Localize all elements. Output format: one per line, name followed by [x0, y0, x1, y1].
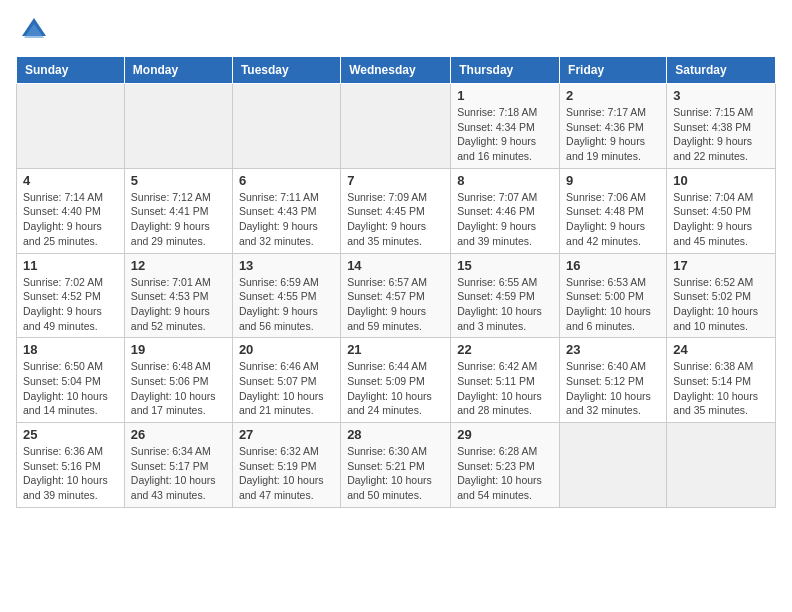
day-number: 10 — [673, 173, 769, 188]
logo — [16, 16, 48, 44]
day-number: 28 — [347, 427, 444, 442]
calendar-cell — [124, 84, 232, 169]
day-info: Sunrise: 6:55 AM Sunset: 4:59 PM Dayligh… — [457, 275, 553, 334]
calendar-cell: 29Sunrise: 6:28 AM Sunset: 5:23 PM Dayli… — [451, 423, 560, 508]
day-info: Sunrise: 7:18 AM Sunset: 4:34 PM Dayligh… — [457, 105, 553, 164]
calendar-cell: 28Sunrise: 6:30 AM Sunset: 5:21 PM Dayli… — [341, 423, 451, 508]
day-number: 1 — [457, 88, 553, 103]
calendar-cell: 10Sunrise: 7:04 AM Sunset: 4:50 PM Dayli… — [667, 168, 776, 253]
calendar-cell: 11Sunrise: 7:02 AM Sunset: 4:52 PM Dayli… — [17, 253, 125, 338]
calendar-week-1: 1Sunrise: 7:18 AM Sunset: 4:34 PM Daylig… — [17, 84, 776, 169]
calendar-cell: 19Sunrise: 6:48 AM Sunset: 5:06 PM Dayli… — [124, 338, 232, 423]
calendar-cell: 8Sunrise: 7:07 AM Sunset: 4:46 PM Daylig… — [451, 168, 560, 253]
calendar-cell: 9Sunrise: 7:06 AM Sunset: 4:48 PM Daylig… — [560, 168, 667, 253]
day-info: Sunrise: 7:09 AM Sunset: 4:45 PM Dayligh… — [347, 190, 444, 249]
day-info: Sunrise: 7:11 AM Sunset: 4:43 PM Dayligh… — [239, 190, 334, 249]
day-info: Sunrise: 6:53 AM Sunset: 5:00 PM Dayligh… — [566, 275, 660, 334]
day-info: Sunrise: 7:01 AM Sunset: 4:53 PM Dayligh… — [131, 275, 226, 334]
day-info: Sunrise: 6:50 AM Sunset: 5:04 PM Dayligh… — [23, 359, 118, 418]
day-info: Sunrise: 7:02 AM Sunset: 4:52 PM Dayligh… — [23, 275, 118, 334]
day-number: 22 — [457, 342, 553, 357]
calendar-cell: 16Sunrise: 6:53 AM Sunset: 5:00 PM Dayli… — [560, 253, 667, 338]
day-number: 11 — [23, 258, 118, 273]
day-number: 21 — [347, 342, 444, 357]
day-info: Sunrise: 6:57 AM Sunset: 4:57 PM Dayligh… — [347, 275, 444, 334]
calendar-week-3: 11Sunrise: 7:02 AM Sunset: 4:52 PM Dayli… — [17, 253, 776, 338]
day-header-monday: Monday — [124, 57, 232, 84]
calendar-cell: 2Sunrise: 7:17 AM Sunset: 4:36 PM Daylig… — [560, 84, 667, 169]
day-number: 12 — [131, 258, 226, 273]
calendar-cell: 17Sunrise: 6:52 AM Sunset: 5:02 PM Dayli… — [667, 253, 776, 338]
day-number: 5 — [131, 173, 226, 188]
calendar-cell — [667, 423, 776, 508]
day-number: 7 — [347, 173, 444, 188]
calendar-header-row: SundayMondayTuesdayWednesdayThursdayFrid… — [17, 57, 776, 84]
day-number: 17 — [673, 258, 769, 273]
day-number: 4 — [23, 173, 118, 188]
day-info: Sunrise: 6:38 AM Sunset: 5:14 PM Dayligh… — [673, 359, 769, 418]
calendar-cell: 1Sunrise: 7:18 AM Sunset: 4:34 PM Daylig… — [451, 84, 560, 169]
day-info: Sunrise: 7:04 AM Sunset: 4:50 PM Dayligh… — [673, 190, 769, 249]
calendar-cell: 26Sunrise: 6:34 AM Sunset: 5:17 PM Dayli… — [124, 423, 232, 508]
calendar-cell: 21Sunrise: 6:44 AM Sunset: 5:09 PM Dayli… — [341, 338, 451, 423]
day-header-friday: Friday — [560, 57, 667, 84]
day-info: Sunrise: 6:30 AM Sunset: 5:21 PM Dayligh… — [347, 444, 444, 503]
day-info: Sunrise: 7:06 AM Sunset: 4:48 PM Dayligh… — [566, 190, 660, 249]
day-number: 23 — [566, 342, 660, 357]
calendar-cell: 15Sunrise: 6:55 AM Sunset: 4:59 PM Dayli… — [451, 253, 560, 338]
day-info: Sunrise: 7:17 AM Sunset: 4:36 PM Dayligh… — [566, 105, 660, 164]
day-info: Sunrise: 7:14 AM Sunset: 4:40 PM Dayligh… — [23, 190, 118, 249]
day-info: Sunrise: 6:36 AM Sunset: 5:16 PM Dayligh… — [23, 444, 118, 503]
day-number: 8 — [457, 173, 553, 188]
calendar-cell: 20Sunrise: 6:46 AM Sunset: 5:07 PM Dayli… — [232, 338, 340, 423]
day-number: 20 — [239, 342, 334, 357]
calendar-cell — [17, 84, 125, 169]
calendar-cell: 14Sunrise: 6:57 AM Sunset: 4:57 PM Dayli… — [341, 253, 451, 338]
calendar-week-4: 18Sunrise: 6:50 AM Sunset: 5:04 PM Dayli… — [17, 338, 776, 423]
day-info: Sunrise: 6:59 AM Sunset: 4:55 PM Dayligh… — [239, 275, 334, 334]
calendar-cell — [341, 84, 451, 169]
day-number: 24 — [673, 342, 769, 357]
calendar-cell: 24Sunrise: 6:38 AM Sunset: 5:14 PM Dayli… — [667, 338, 776, 423]
calendar-cell: 13Sunrise: 6:59 AM Sunset: 4:55 PM Dayli… — [232, 253, 340, 338]
day-number: 26 — [131, 427, 226, 442]
calendar-cell: 3Sunrise: 7:15 AM Sunset: 4:38 PM Daylig… — [667, 84, 776, 169]
day-info: Sunrise: 6:28 AM Sunset: 5:23 PM Dayligh… — [457, 444, 553, 503]
day-number: 29 — [457, 427, 553, 442]
calendar-cell — [232, 84, 340, 169]
calendar-cell: 12Sunrise: 7:01 AM Sunset: 4:53 PM Dayli… — [124, 253, 232, 338]
calendar-cell: 18Sunrise: 6:50 AM Sunset: 5:04 PM Dayli… — [17, 338, 125, 423]
calendar-table: SundayMondayTuesdayWednesdayThursdayFrid… — [16, 56, 776, 508]
calendar-cell: 25Sunrise: 6:36 AM Sunset: 5:16 PM Dayli… — [17, 423, 125, 508]
day-number: 25 — [23, 427, 118, 442]
day-info: Sunrise: 6:46 AM Sunset: 5:07 PM Dayligh… — [239, 359, 334, 418]
day-info: Sunrise: 6:32 AM Sunset: 5:19 PM Dayligh… — [239, 444, 334, 503]
calendar-cell: 27Sunrise: 6:32 AM Sunset: 5:19 PM Dayli… — [232, 423, 340, 508]
day-info: Sunrise: 6:44 AM Sunset: 5:09 PM Dayligh… — [347, 359, 444, 418]
day-info: Sunrise: 6:48 AM Sunset: 5:06 PM Dayligh… — [131, 359, 226, 418]
day-info: Sunrise: 6:42 AM Sunset: 5:11 PM Dayligh… — [457, 359, 553, 418]
day-info: Sunrise: 6:40 AM Sunset: 5:12 PM Dayligh… — [566, 359, 660, 418]
calendar-cell: 5Sunrise: 7:12 AM Sunset: 4:41 PM Daylig… — [124, 168, 232, 253]
calendar-cell: 4Sunrise: 7:14 AM Sunset: 4:40 PM Daylig… — [17, 168, 125, 253]
calendar-cell: 7Sunrise: 7:09 AM Sunset: 4:45 PM Daylig… — [341, 168, 451, 253]
day-header-tuesday: Tuesday — [232, 57, 340, 84]
page-header — [16, 16, 776, 44]
logo-icon — [20, 16, 48, 44]
day-number: 2 — [566, 88, 660, 103]
calendar-cell: 6Sunrise: 7:11 AM Sunset: 4:43 PM Daylig… — [232, 168, 340, 253]
day-info: Sunrise: 7:07 AM Sunset: 4:46 PM Dayligh… — [457, 190, 553, 249]
day-number: 18 — [23, 342, 118, 357]
day-header-sunday: Sunday — [17, 57, 125, 84]
day-header-saturday: Saturday — [667, 57, 776, 84]
day-number: 14 — [347, 258, 444, 273]
day-number: 15 — [457, 258, 553, 273]
calendar-cell: 22Sunrise: 6:42 AM Sunset: 5:11 PM Dayli… — [451, 338, 560, 423]
calendar-cell: 23Sunrise: 6:40 AM Sunset: 5:12 PM Dayli… — [560, 338, 667, 423]
day-number: 3 — [673, 88, 769, 103]
day-header-thursday: Thursday — [451, 57, 560, 84]
calendar-week-2: 4Sunrise: 7:14 AM Sunset: 4:40 PM Daylig… — [17, 168, 776, 253]
day-info: Sunrise: 7:12 AM Sunset: 4:41 PM Dayligh… — [131, 190, 226, 249]
calendar-cell — [560, 423, 667, 508]
day-number: 6 — [239, 173, 334, 188]
